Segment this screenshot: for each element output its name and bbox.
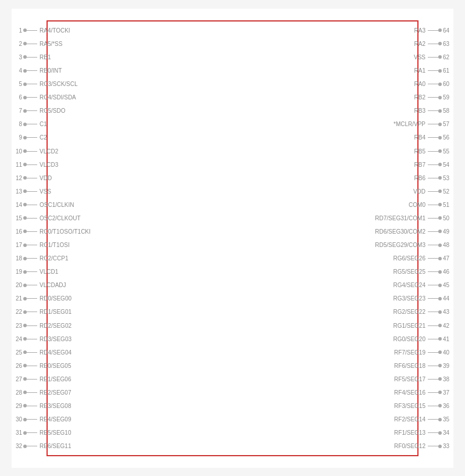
right-pin-56: 56RB4 (414, 134, 453, 141)
left-pin-30: 30RE4/SEG09 (12, 416, 71, 423)
pin-line (428, 245, 438, 245)
pin-line (27, 285, 37, 285)
pin-line (428, 218, 438, 219)
right-pin-43: 43RG2/SEG22 (393, 309, 453, 315)
pin-number: 47 (443, 255, 453, 262)
pin-number: 31 (12, 430, 22, 436)
right-pin-58: 58RB3 (414, 108, 453, 114)
pin-number: 2 (12, 41, 22, 47)
pin-number: 33 (443, 443, 453, 449)
pin-label: RA3 (414, 27, 425, 34)
left-pin-1: 1RA4/TOCKI (12, 27, 70, 34)
pin-dot (438, 123, 442, 126)
pin-dot (438, 391, 442, 394)
left-pin-14: 14OSC1/CLKIN (12, 202, 74, 208)
pin-line (27, 30, 37, 31)
right-pin-51: 51COM0 (409, 202, 453, 208)
pin-line (27, 124, 37, 124)
pin-number: 56 (443, 134, 453, 141)
pin-number: 54 (443, 162, 453, 168)
pin-line (27, 44, 37, 44)
right-pin-47: 47RG6/SEG26 (393, 255, 453, 262)
pin-line (27, 70, 37, 71)
pin-number: 64 (443, 27, 453, 34)
pin-line (27, 97, 37, 98)
right-pin-57: 57*MCLR/VPP (394, 121, 453, 127)
pin-number: 16 (12, 228, 22, 235)
pin-number: 50 (443, 215, 453, 221)
pin-label: RD0/SEG00 (40, 295, 71, 302)
chip-body (46, 20, 419, 456)
right-pin-55: 55RB5 (414, 148, 453, 155)
pin-label: RE3/SEG08 (40, 403, 71, 409)
pin-number: 29 (12, 403, 22, 409)
left-pin-31: 31RE5/SEG10 (12, 430, 71, 436)
left-pin-17: 17RC1/T1OSI (12, 242, 70, 248)
left-pin-25: 25RD4/SEG04 (12, 349, 71, 356)
pin-number: 8 (12, 121, 22, 127)
pin-label: RF4/SEG16 (394, 389, 425, 396)
left-pin-27: 27RE1/SEG06 (12, 376, 71, 382)
left-pin-29: 29RE3/SEG08 (12, 403, 71, 409)
pin-number: 62 (443, 54, 453, 60)
pin-line (428, 151, 438, 152)
pin-number: 60 (443, 81, 453, 87)
pin-number: 17 (12, 242, 22, 248)
right-pin-36: 36RF3/SEG15 (394, 403, 453, 409)
pin-number: 14 (12, 202, 22, 208)
right-pin-61: 61RA1 (414, 67, 453, 74)
left-pin-5: 5RC3/SCK/SCL (12, 81, 78, 87)
right-pin-46: 46RG5/SEG25 (393, 269, 453, 275)
pin-dot (438, 284, 442, 287)
pin-label: RB1 (40, 54, 51, 60)
pin-number: 15 (12, 215, 22, 221)
pin-dot (438, 310, 442, 314)
pin-line (27, 406, 37, 406)
pin-line (428, 231, 438, 232)
pin-label: RC5/SDO (40, 108, 65, 114)
pin-line (27, 446, 37, 446)
pin-dot (438, 364, 442, 367)
pin-dot (438, 216, 442, 220)
pin-dot (438, 163, 442, 166)
pin-line (27, 57, 37, 58)
pin-label: VDD (413, 188, 425, 195)
pin-label: RG2/SEG22 (393, 309, 425, 315)
pin-number: 6 (12, 94, 22, 101)
pin-label: RF7/SEG19 (394, 349, 425, 356)
left-pin-22: 22RD1/SEG01 (12, 309, 71, 315)
pin-dot (438, 445, 442, 448)
pin-dot (438, 109, 442, 113)
pin-dot (438, 69, 442, 73)
pin-number: 11 (12, 162, 22, 168)
pin-label: RE5/SEG10 (40, 430, 71, 436)
pin-number: 1 (12, 27, 22, 34)
pin-label: OSC1/CLKIN (40, 202, 74, 208)
pin-line (428, 285, 438, 285)
pin-label: RE4/SEG09 (40, 416, 71, 423)
pin-label: RG4/SEG24 (393, 282, 425, 288)
pin-line (27, 258, 37, 259)
pin-dot (438, 176, 442, 180)
right-pin-53: 53RB6 (414, 175, 453, 181)
pin-label: RB6 (414, 175, 425, 181)
right-pin-35: 35RF2/SEG14 (394, 416, 453, 423)
pin-label: RF0/SEG12 (394, 443, 425, 449)
pin-line (27, 392, 37, 393)
pin-number: 7 (12, 108, 22, 114)
pin-label: RC3/SCK/SCL (40, 81, 78, 87)
pin-dot (438, 55, 442, 59)
pin-label: RD6/SEG30/COM2 (375, 228, 425, 235)
pin-number: 38 (443, 376, 453, 382)
pin-line (428, 30, 438, 31)
pin-number: 39 (443, 363, 453, 369)
pin-number: 44 (443, 295, 453, 302)
pin-line (428, 191, 438, 192)
right-pin-40: 40RF7/SEG19 (394, 349, 453, 356)
pin-line (27, 339, 37, 339)
pin-line (428, 352, 438, 353)
left-pin-2: 2RA5/*SS (12, 41, 62, 47)
right-pin-33: 33RF0/SEG12 (394, 443, 453, 449)
pin-number: 61 (443, 67, 453, 74)
pin-number: 37 (443, 389, 453, 396)
